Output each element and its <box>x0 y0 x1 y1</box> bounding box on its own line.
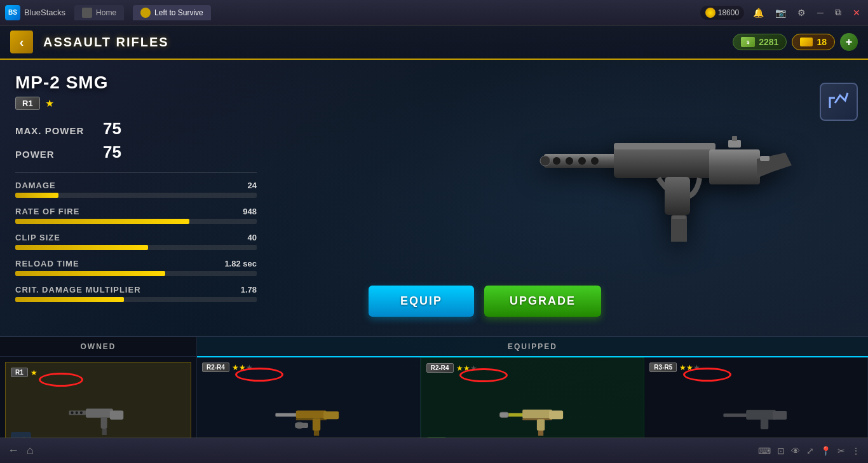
taskbar: ← ⌂ ⌨ ⊡ 👁 ⤢ 📍 ✂ ⋮ <box>0 438 868 463</box>
coin-icon <box>705 8 715 18</box>
reload-bar-bg <box>15 271 257 276</box>
game-icon <box>140 8 151 18</box>
restore-button[interactable]: ⧉ <box>832 6 844 19</box>
camera-icon[interactable]: 📷 <box>773 6 789 19</box>
crit-label: CRIT. DAMAGE MULTIPLIER <box>15 285 141 294</box>
star-rating: ★ <box>45 97 54 109</box>
rof-stat: RATE OF FIRE 948 <box>15 207 853 224</box>
rof-bar-bg <box>15 219 257 224</box>
svg-rect-40 <box>773 411 787 420</box>
add-gold-button[interactable]: + <box>840 33 858 51</box>
gold-amount: 18 <box>817 37 827 47</box>
eye-icon[interactable]: 👁 <box>791 446 800 456</box>
card-rank-r3: R3-R5 ★★★ <box>649 363 862 372</box>
clip-size-bar-fill <box>15 245 148 250</box>
location-icon[interactable]: 📍 <box>820 446 831 456</box>
expand-icon[interactable]: ⤢ <box>806 446 814 456</box>
app-name: BlueStacks <box>24 8 65 17</box>
title-bar-right: 18600 🔔 📷 ⚙ ─ ⧉ ✕ <box>700 6 863 20</box>
crit-stat: CRIT. DAMAGE MULTIPLIER 1.78 <box>15 285 853 302</box>
screen-icon[interactable]: ⊡ <box>777 446 785 456</box>
svg-rect-24 <box>296 410 327 418</box>
rof-label: RATE OF FIRE <box>15 207 79 216</box>
svg-rect-22 <box>102 429 106 435</box>
damage-value: 24 <box>248 181 257 190</box>
back-nav-icon[interactable]: ← <box>8 444 19 457</box>
settings-icon[interactable]: ⚙ <box>795 6 808 19</box>
svg-point-17 <box>75 411 78 414</box>
taskbar-nav: ← ⌂ <box>8 444 34 457</box>
scissor-icon[interactable]: ✂ <box>837 446 845 456</box>
svg-rect-26 <box>323 411 339 418</box>
nav-right: $ 2281 18 + <box>733 33 858 51</box>
menu-icon[interactable]: ⋮ <box>851 446 860 456</box>
gold-icon <box>800 38 813 46</box>
card-stars-r1: ★ <box>31 368 37 377</box>
crit-bar-bg <box>15 297 257 302</box>
owned-label: OWNED <box>0 337 196 357</box>
svg-rect-30 <box>295 422 309 427</box>
svg-rect-41 <box>761 418 768 429</box>
gold-currency: 18 <box>792 34 835 50</box>
max-power-value: 75 <box>103 119 121 139</box>
weapon-panel: MP-2 SMG R1 ★ MAX. POWER 75 POWER 75 DAM… <box>0 60 868 322</box>
svg-rect-32 <box>522 410 552 418</box>
equipped-label: EQUIPPED <box>197 337 868 357</box>
svg-rect-39 <box>746 410 776 419</box>
home-nav-icon[interactable]: ⌂ <box>27 444 34 457</box>
clip-size-label: CLIP SIZE <box>15 233 60 242</box>
reload-bar-fill <box>15 271 165 276</box>
card-rank-r1: R1 ★ <box>11 368 186 377</box>
weapon-name: MP-2 SMG <box>15 73 853 93</box>
minimize-button[interactable]: ─ <box>815 6 826 19</box>
game-tab[interactable]: Left to Survive <box>133 5 211 20</box>
card-stars-r2-1: ★★★ <box>232 363 253 372</box>
game-area: ‹ ASSAULT RIFLES $ 2281 18 + MP-2 SMG R1… <box>0 25 868 463</box>
bluestacks-logo: BS <box>5 5 20 20</box>
rof-bar-fill <box>15 219 189 224</box>
bell-icon[interactable]: 🔔 <box>750 6 766 19</box>
card-rank-r2-2: R2-R4 ★★★ <box>426 363 639 373</box>
card-rank-r2-1: R2-R4 ★★★ <box>202 363 415 372</box>
coin-display: 18600 <box>700 6 744 20</box>
svg-rect-25 <box>296 418 327 420</box>
card-rank-badge-r3: R3-R5 <box>649 363 677 372</box>
svg-rect-38 <box>723 413 747 417</box>
clip-size-bar-bg <box>15 245 257 250</box>
svg-point-18 <box>79 411 82 414</box>
damage-label: DAMAGE <box>15 181 56 190</box>
rank-badge: R1 <box>15 97 40 110</box>
card-rank-badge-r2-2: R2-R4 <box>426 363 454 373</box>
stats-grid: MAX. POWER 75 POWER 75 DAMAGE 24 <box>15 119 853 310</box>
crit-bar-fill <box>15 297 124 302</box>
back-button[interactable]: ‹ <box>10 31 33 53</box>
clip-size-value: 40 <box>248 233 257 242</box>
nav-bar: ‹ ASSAULT RIFLES $ 2281 18 + <box>0 25 868 60</box>
home-icon <box>82 8 92 18</box>
svg-rect-21 <box>100 417 107 429</box>
home-tab[interactable]: Home <box>74 5 124 20</box>
card-stars-r3: ★★★ <box>679 363 700 372</box>
svg-rect-27 <box>313 418 320 430</box>
damage-bar-bg <box>15 193 257 198</box>
card-rank-badge-r1: R1 <box>11 368 28 377</box>
svg-rect-20 <box>109 410 123 419</box>
svg-rect-34 <box>549 410 563 419</box>
card-rank-badge-r2-1: R2-R4 <box>202 363 229 372</box>
damage-stat: DAMAGE 24 <box>15 181 853 198</box>
power-row: POWER 75 <box>15 142 853 162</box>
reload-value: 1.82 sec <box>224 259 257 268</box>
svg-rect-36 <box>538 431 543 436</box>
power-value: 75 <box>103 142 121 162</box>
keyboard-icon[interactable]: ⌨ <box>758 446 771 456</box>
nav-title: ASSAULT RIFLES <box>43 35 169 50</box>
coin-amount: 18600 <box>718 8 739 17</box>
crit-value: 1.78 <box>241 285 257 294</box>
taskbar-right: ⌨ ⊡ 👁 ⤢ 📍 ✂ ⋮ <box>758 446 860 456</box>
title-bar: BS BlueStacks Home Left to Survive 18600… <box>0 0 868 25</box>
rof-value: 948 <box>243 207 257 216</box>
close-button[interactable]: ✕ <box>850 6 863 19</box>
card-stars-r2-2: ★★★ <box>456 364 477 373</box>
max-power-row: MAX. POWER 75 <box>15 119 853 139</box>
title-bar-left: BS BlueStacks Home Left to Survive <box>5 5 211 20</box>
